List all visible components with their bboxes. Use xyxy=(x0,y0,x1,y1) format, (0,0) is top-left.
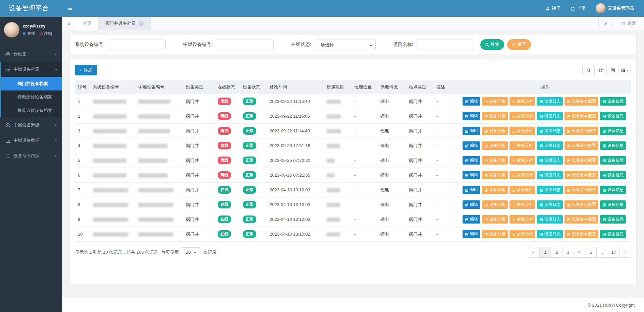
action-button-0[interactable]: 编辑 xyxy=(463,112,480,120)
action-button-1[interactable]: 设备分析 xyxy=(482,141,508,150)
action-button-2[interactable]: 故障分析 xyxy=(509,200,535,209)
action-button-3[interactable]: 调度日志 xyxy=(537,171,563,179)
action-button-5[interactable]: 设备信息 xyxy=(600,97,626,106)
action-button-2[interactable]: 故障分析 xyxy=(509,97,535,106)
action-button-1[interactable]: 设备分析 xyxy=(482,171,508,179)
sys-device-no-input[interactable] xyxy=(108,40,166,50)
page-prev[interactable]: ‹ xyxy=(528,247,540,258)
project-name-input[interactable] xyxy=(417,40,474,50)
page-2[interactable]: 2 xyxy=(551,247,562,258)
table-search-button[interactable] xyxy=(582,65,595,75)
action-button-4[interactable]: 设备命令配置 xyxy=(565,215,598,224)
sidebar-subitem-1-1[interactable]: 锂电远传设备档案 xyxy=(1,90,62,104)
table-refresh-button[interactable] xyxy=(594,65,607,75)
action-button-4[interactable]: 设备命令配置 xyxy=(565,186,598,194)
action-button-0[interactable]: 编辑 xyxy=(463,215,480,224)
tabs-scroll-right-icon[interactable]: » xyxy=(598,17,612,30)
page-3[interactable]: 3 xyxy=(562,247,574,258)
page-size-dropdown[interactable]: 10 ▲ xyxy=(182,247,200,257)
lock-screen-button[interactable]: 锁屏 xyxy=(545,5,560,11)
action-button-4[interactable]: 设备命令配置 xyxy=(565,200,598,209)
user-menu[interactable]: 云设备管理员 xyxy=(596,3,634,13)
action-button-4[interactable]: 设备命令配置 xyxy=(565,230,598,238)
action-button-1[interactable]: 设备分析 xyxy=(482,230,508,238)
page-1[interactable]: 1 xyxy=(539,247,551,258)
action-button-3[interactable]: 调度日志 xyxy=(537,186,563,194)
action-button-3[interactable]: 调度日志 xyxy=(537,97,563,106)
action-button-5[interactable]: 设备信息 xyxy=(600,200,626,209)
tab-valve-well-archive[interactable]: 阀门井设备档案 × xyxy=(99,17,151,30)
action-button-5[interactable]: 设备信息 xyxy=(600,112,626,120)
action-button-3[interactable]: 调度日志 xyxy=(537,215,563,224)
sidebar-item-4[interactable]: 设备命令跟踪 xyxy=(1,148,62,164)
action-button-5[interactable]: 设备信息 xyxy=(600,230,626,238)
action-button-5[interactable]: 设备信息 xyxy=(600,127,626,135)
action-button-4[interactable]: 设备命令配置 xyxy=(565,97,598,106)
sidebar-item-1[interactable]: 中燃设备档案 xyxy=(1,62,62,77)
sidebar-item-2[interactable]: 中燃设备升级 xyxy=(1,117,62,133)
page-next[interactable]: › xyxy=(619,247,631,258)
action-button-2[interactable]: 故障分析 xyxy=(509,186,535,194)
action-button-5[interactable]: 设备信息 xyxy=(600,141,626,150)
sidebar-subitem-1-2[interactable]: 拼装远传设备档案 xyxy=(1,104,62,117)
fullscreen-button[interactable]: 全屏 xyxy=(571,5,586,11)
sidebar-toggle-icon[interactable]: ≡ xyxy=(62,0,78,17)
action-button-4[interactable]: 设备命令配置 xyxy=(565,112,598,120)
action-button-5[interactable]: 设备信息 xyxy=(600,171,626,179)
action-button-3[interactable]: 调度日志 xyxy=(537,141,563,150)
action-button-0[interactable]: 编辑 xyxy=(463,141,480,150)
search-button[interactable]: 搜索 xyxy=(480,39,504,50)
gas-device-no-input[interactable] xyxy=(216,40,274,50)
action-button-0[interactable]: 编辑 xyxy=(463,200,480,209)
action-button-2[interactable]: 故障分析 xyxy=(509,156,535,165)
action-button-4[interactable]: 设备命令配置 xyxy=(565,127,598,135)
cell-index: 9 xyxy=(75,212,90,227)
action-button-5[interactable]: 设备信息 xyxy=(600,156,626,165)
action-button-0[interactable]: 编辑 xyxy=(463,127,480,135)
action-button-2[interactable]: 故障分析 xyxy=(509,112,535,120)
action-button-1[interactable]: 设备分析 xyxy=(482,112,508,120)
action-button-1[interactable]: 设备分析 xyxy=(482,186,508,194)
action-button-2[interactable]: 故障分析 xyxy=(509,171,535,179)
tab-home[interactable]: 首页 xyxy=(76,17,99,30)
action-button-2[interactable]: 故障分析 xyxy=(509,127,535,135)
action-button-1[interactable]: 设备分析 xyxy=(482,127,508,135)
action-button-3[interactable]: 调度日志 xyxy=(537,112,563,120)
action-button-0[interactable]: 编辑 xyxy=(463,230,480,238)
action-button-2[interactable]: 故障分析 xyxy=(509,215,535,224)
action-button-5[interactable]: 设备信息 xyxy=(600,215,626,224)
action-button-0[interactable]: 编辑 xyxy=(463,186,480,194)
action-button-1[interactable]: 设备分析 xyxy=(482,215,508,224)
action-button-4[interactable]: 设备命令配置 xyxy=(565,141,598,150)
sidebar-item-3[interactable]: 中燃设备数据 xyxy=(1,133,62,148)
action-button-3[interactable]: 调度日志 xyxy=(537,230,563,238)
table-columns-button[interactable] xyxy=(619,65,631,75)
action-button-3[interactable]: 调度日志 xyxy=(537,200,563,209)
action-button-1[interactable]: 设备分析 xyxy=(482,156,508,165)
refresh-tab-button[interactable]: 刷新 xyxy=(612,17,644,30)
logout-link[interactable]: ⏻ 注销 xyxy=(40,31,52,37)
action-button-2[interactable]: 故障分析 xyxy=(509,141,535,150)
action-button-4[interactable]: 设备命令配置 xyxy=(565,156,598,165)
action-button-3[interactable]: 调度日志 xyxy=(537,156,563,165)
action-button-2[interactable]: 故障分析 xyxy=(509,230,535,238)
tabs-scroll-left-icon[interactable]: « xyxy=(62,17,76,30)
page-5[interactable]: 5 xyxy=(585,247,597,258)
action-button-0[interactable]: 编辑 xyxy=(463,97,480,106)
action-button-3[interactable]: 调度日志 xyxy=(537,127,563,135)
tab-close-icon[interactable]: × xyxy=(139,21,144,26)
action-button-4[interactable]: 设备命令配置 xyxy=(565,171,598,179)
action-button-1[interactable]: 设备分析 xyxy=(482,97,508,106)
online-status-select[interactable]: --请选择-- xyxy=(315,40,376,50)
action-button-1[interactable]: 设备分析 xyxy=(482,200,508,209)
page-17[interactable]: 17 xyxy=(608,247,620,258)
sidebar-subitem-1-0[interactable]: 阀门井设备档案 xyxy=(1,77,62,90)
sidebar-item-0[interactable]: 云设备 xyxy=(1,46,62,62)
action-button-0[interactable]: 编辑 xyxy=(463,156,480,165)
page-4[interactable]: 4 xyxy=(574,247,585,258)
action-button-0[interactable]: 编辑 xyxy=(463,171,480,179)
action-button-5[interactable]: 设备信息 xyxy=(600,186,626,194)
reset-button[interactable]: 重置 xyxy=(507,39,531,50)
table-toggle-view-button[interactable] xyxy=(606,65,619,75)
add-button[interactable]: + 添加 xyxy=(75,65,97,75)
